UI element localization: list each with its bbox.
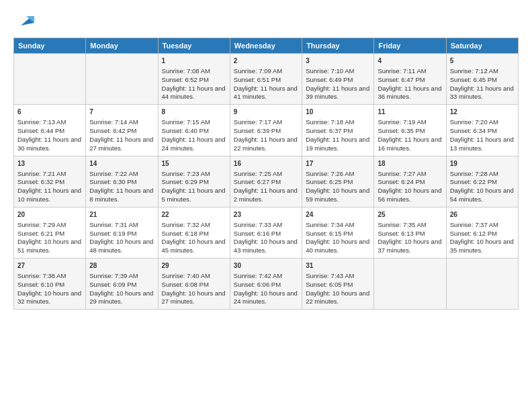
day-info: Daylight: 11 hours and 13 minutes. bbox=[450, 136, 515, 153]
day-info: Sunrise: 7:33 AM bbox=[234, 221, 298, 230]
day-info: Daylight: 11 hours and 39 minutes. bbox=[306, 85, 370, 102]
day-info: Sunrise: 7:29 AM bbox=[17, 221, 82, 230]
day-number: 18 bbox=[378, 159, 442, 169]
day-info: Sunset: 6:51 PM bbox=[234, 76, 298, 85]
day-info: Daylight: 10 hours and 40 minutes. bbox=[306, 238, 370, 255]
day-info: Sunset: 6:39 PM bbox=[234, 127, 298, 136]
day-info: Sunset: 6:42 PM bbox=[89, 127, 154, 136]
day-info: Sunrise: 7:22 AM bbox=[89, 170, 154, 179]
day-number: 2 bbox=[234, 56, 298, 66]
day-info: Sunrise: 7:14 AM bbox=[89, 118, 154, 127]
day-number: 4 bbox=[378, 56, 442, 66]
day-info: Sunset: 6:35 PM bbox=[378, 127, 442, 136]
day-info: Sunset: 6:27 PM bbox=[234, 178, 298, 187]
day-number: 8 bbox=[162, 107, 226, 117]
calendar-cell: 25Sunrise: 7:35 AMSunset: 6:13 PMDayligh… bbox=[374, 207, 446, 258]
day-info: Sunset: 6:12 PM bbox=[450, 230, 515, 238]
day-header-monday: Monday bbox=[86, 38, 158, 54]
day-info: Sunrise: 7:38 AM bbox=[17, 272, 82, 281]
day-info: Sunset: 6:09 PM bbox=[89, 281, 154, 289]
day-number: 26 bbox=[450, 210, 515, 220]
day-info: Sunset: 6:19 PM bbox=[89, 230, 154, 238]
calendar-cell: 30Sunrise: 7:42 AMSunset: 6:06 PMDayligh… bbox=[230, 259, 302, 310]
day-number: 17 bbox=[306, 159, 370, 169]
day-info: Daylight: 10 hours and 56 minutes. bbox=[378, 187, 442, 204]
calendar-cell: 15Sunrise: 7:23 AMSunset: 6:29 PMDayligh… bbox=[158, 156, 230, 207]
day-number: 15 bbox=[162, 159, 226, 169]
calendar-cell: 9Sunrise: 7:17 AMSunset: 6:39 PMDaylight… bbox=[230, 105, 302, 156]
day-info: Daylight: 11 hours and 8 minutes. bbox=[89, 187, 154, 204]
day-info: Sunrise: 7:27 AM bbox=[378, 170, 442, 179]
day-header-thursday: Thursday bbox=[302, 38, 374, 54]
day-info: Daylight: 10 hours and 59 minutes. bbox=[306, 187, 370, 204]
day-info: Sunset: 6:44 PM bbox=[17, 127, 82, 136]
day-info: Sunset: 6:10 PM bbox=[17, 281, 82, 289]
calendar-cell: 12Sunrise: 7:20 AMSunset: 6:34 PMDayligh… bbox=[446, 105, 518, 156]
day-info: Sunset: 6:22 PM bbox=[450, 178, 515, 187]
day-info: Sunrise: 7:17 AM bbox=[234, 118, 298, 127]
calendar-cell: 26Sunrise: 7:37 AMSunset: 6:12 PMDayligh… bbox=[446, 207, 518, 258]
calendar-cell: 10Sunrise: 7:18 AMSunset: 6:37 PMDayligh… bbox=[302, 105, 374, 156]
calendar-cell: 4Sunrise: 7:11 AMSunset: 6:47 PMDaylight… bbox=[374, 54, 446, 105]
calendar-cell: 17Sunrise: 7:26 AMSunset: 6:25 PMDayligh… bbox=[302, 156, 374, 207]
day-info: Sunrise: 7:08 AM bbox=[162, 67, 226, 76]
day-info: Daylight: 10 hours and 37 minutes. bbox=[378, 238, 442, 255]
day-info: Sunrise: 7:09 AM bbox=[234, 67, 298, 76]
calendar-cell: 7Sunrise: 7:14 AMSunset: 6:42 PMDaylight… bbox=[86, 105, 158, 156]
calendar-cell bbox=[14, 54, 86, 105]
day-info: Daylight: 11 hours and 19 minutes. bbox=[306, 136, 370, 153]
day-info: Sunrise: 7:12 AM bbox=[450, 67, 515, 76]
calendar-table: SundayMondayTuesdayWednesdayThursdayFrid… bbox=[13, 38, 519, 310]
day-info: Sunrise: 7:19 AM bbox=[378, 118, 442, 127]
day-info: Daylight: 11 hours and 36 minutes. bbox=[378, 85, 442, 102]
day-info: Daylight: 10 hours and 24 minutes. bbox=[234, 289, 298, 307]
day-info: Daylight: 10 hours and 45 minutes. bbox=[162, 238, 226, 255]
day-info: Sunrise: 7:32 AM bbox=[162, 221, 226, 230]
calendar-cell bbox=[86, 54, 158, 105]
day-number: 11 bbox=[378, 107, 442, 117]
calendar-cell: 6Sunrise: 7:13 AMSunset: 6:44 PMDaylight… bbox=[14, 105, 86, 156]
day-info: Sunrise: 7:43 AM bbox=[306, 272, 370, 281]
day-info: Sunset: 6:45 PM bbox=[450, 76, 515, 85]
day-info: Sunset: 6:47 PM bbox=[378, 76, 442, 85]
day-info: Sunrise: 7:11 AM bbox=[378, 67, 442, 76]
day-number: 20 bbox=[17, 210, 82, 220]
day-info: Daylight: 11 hours and 33 minutes. bbox=[450, 85, 515, 102]
day-number: 24 bbox=[306, 210, 370, 220]
day-number: 5 bbox=[450, 56, 515, 66]
day-info: Sunrise: 7:40 AM bbox=[162, 272, 226, 281]
day-info: Daylight: 10 hours and 54 minutes. bbox=[450, 187, 515, 204]
day-info: Sunset: 6:15 PM bbox=[306, 230, 370, 238]
calendar-week-1: 1Sunrise: 7:08 AMSunset: 6:52 PMDaylight… bbox=[14, 54, 519, 105]
day-header-tuesday: Tuesday bbox=[158, 38, 230, 54]
day-number: 16 bbox=[234, 159, 298, 169]
day-info: Sunrise: 7:37 AM bbox=[450, 221, 515, 230]
logo-icon bbox=[15, 11, 36, 31]
day-info: Sunrise: 7:21 AM bbox=[17, 170, 82, 179]
calendar-cell: 23Sunrise: 7:33 AMSunset: 6:16 PMDayligh… bbox=[230, 207, 302, 258]
calendar-cell: 27Sunrise: 7:38 AMSunset: 6:10 PMDayligh… bbox=[14, 259, 86, 310]
calendar-cell bbox=[374, 259, 446, 310]
day-number: 31 bbox=[306, 261, 370, 271]
calendar-header-row: SundayMondayTuesdayWednesdayThursdayFrid… bbox=[14, 38, 519, 54]
day-number: 9 bbox=[234, 107, 298, 117]
day-info: Sunset: 6:30 PM bbox=[89, 178, 154, 187]
day-header-friday: Friday bbox=[374, 38, 446, 54]
calendar-cell: 14Sunrise: 7:22 AMSunset: 6:30 PMDayligh… bbox=[86, 156, 158, 207]
day-info: Sunrise: 7:20 AM bbox=[450, 118, 515, 127]
day-number: 6 bbox=[17, 107, 82, 117]
day-info: Sunset: 6:13 PM bbox=[378, 230, 442, 238]
day-info: Sunrise: 7:23 AM bbox=[162, 170, 226, 179]
day-number: 25 bbox=[378, 210, 442, 220]
calendar-cell: 19Sunrise: 7:28 AMSunset: 6:22 PMDayligh… bbox=[446, 156, 518, 207]
day-info: Daylight: 10 hours and 27 minutes. bbox=[162, 289, 226, 307]
day-info: Sunset: 6:32 PM bbox=[17, 178, 82, 187]
calendar-cell: 13Sunrise: 7:21 AMSunset: 6:32 PMDayligh… bbox=[14, 156, 86, 207]
calendar-week-4: 20Sunrise: 7:29 AMSunset: 6:21 PMDayligh… bbox=[14, 207, 519, 258]
day-number: 29 bbox=[162, 261, 226, 271]
day-number: 23 bbox=[234, 210, 298, 220]
calendar-cell: 18Sunrise: 7:27 AMSunset: 6:24 PMDayligh… bbox=[374, 156, 446, 207]
calendar-cell: 1Sunrise: 7:08 AMSunset: 6:52 PMDaylight… bbox=[158, 54, 230, 105]
calendar-cell bbox=[446, 259, 518, 310]
day-info: Sunset: 6:24 PM bbox=[378, 178, 442, 187]
